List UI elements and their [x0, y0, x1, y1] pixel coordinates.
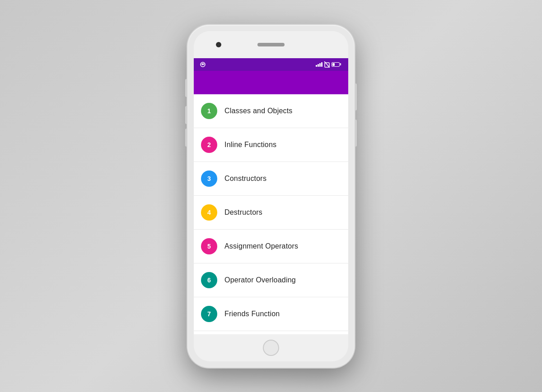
number-badge: 1 [201, 103, 217, 119]
faq-list: 1Classes and Objects2Inline Functions3Co… [194, 94, 348, 334]
phone-bezel-bottom [194, 334, 348, 361]
status-left [199, 61, 206, 68]
svg-line-3 [324, 61, 330, 68]
list-item[interactable]: 5Assignment Operators [194, 230, 348, 263]
number-badge: 5 [201, 238, 217, 254]
number-badge: 7 [201, 306, 217, 322]
number-badge: 4 [201, 204, 217, 221]
list-item[interactable]: 3Constructors [194, 162, 348, 196]
item-label: Operator Overloading [224, 276, 296, 284]
app-bar [194, 71, 348, 94]
list-item[interactable]: 7Friends Function [194, 297, 348, 331]
item-label: Assignment Operators [224, 242, 298, 250]
number-badge: 6 [201, 272, 217, 288]
list-item[interactable]: 1Classes and Objects [194, 94, 348, 128]
phone-bezel-top [194, 31, 348, 58]
list-item[interactable]: 6Operator Overloading [194, 263, 348, 297]
item-label: Classes and Objects [224, 107, 293, 115]
phone-screen: 1Classes and Objects2Inline Functions3Co… [194, 31, 348, 361]
battery-icon [332, 62, 341, 67]
item-label: Destructors [224, 208, 262, 217]
number-badge: 3 [201, 171, 217, 187]
wifi-calling-icon [199, 61, 206, 68]
item-label: Friends Function [224, 310, 280, 318]
list-item[interactable]: 2Inline Functions [194, 128, 348, 162]
item-label: Inline Functions [224, 141, 276, 149]
phone-device: 1Classes and Objects2Inline Functions3Co… [187, 25, 355, 368]
home-button[interactable] [263, 340, 279, 356]
camera-icon [216, 42, 221, 47]
status-bar [194, 58, 348, 71]
svg-point-1 [202, 64, 204, 65]
signal-bars [316, 62, 322, 67]
list-item[interactable]: 4Destructors [194, 196, 348, 230]
number-badge: 2 [201, 137, 217, 153]
speaker [257, 43, 285, 46]
status-right [314, 61, 343, 68]
no-sim-icon [324, 61, 330, 68]
item-label: Constructors [224, 175, 266, 183]
